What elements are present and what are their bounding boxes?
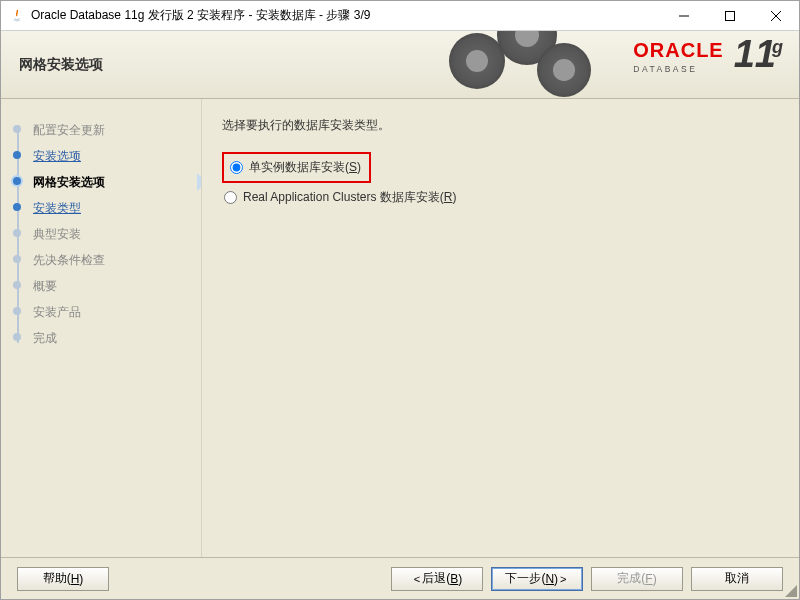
body: 配置安全更新 安装选项 网格安装选项 安装类型 典型安装 xyxy=(1,99,799,557)
wizard-sidebar: 配置安全更新 安装选项 网格安装选项 安装类型 典型安装 xyxy=(1,99,201,557)
step-install-type[interactable]: 安装类型 xyxy=(27,195,193,221)
step-dot-icon xyxy=(13,255,21,263)
step-label: 先决条件检查 xyxy=(33,253,105,267)
chevron-right-icon: > xyxy=(560,573,566,585)
instruction-text: 选择要执行的数据库安装类型。 xyxy=(222,117,779,134)
content-pane: 选择要执行的数据库安装类型。 单实例数据库安装(S) Real Applicat… xyxy=(201,99,799,557)
step-grid-install-options: 网格安装选项 xyxy=(27,169,193,195)
annotation-highlight: 单实例数据库安装(S) xyxy=(222,152,371,183)
minimize-button[interactable] xyxy=(661,1,707,30)
next-button[interactable]: 下一步(N) > xyxy=(491,567,583,591)
step-label: 网格安装选项 xyxy=(33,175,105,189)
radio-label: 单实例数据库安装(S) xyxy=(249,159,361,176)
step-finish: 完成 xyxy=(27,325,193,351)
radio-single-instance[interactable]: 单实例数据库安装(S) xyxy=(228,159,361,176)
finish-button: 完成(F) xyxy=(591,567,683,591)
radio-label: Real Application Clusters 数据库安装(R) xyxy=(243,189,456,206)
step-dot-icon xyxy=(13,151,21,159)
close-button[interactable] xyxy=(753,1,799,30)
oracle-logo: ORACLE DATABASE 11g xyxy=(633,39,783,74)
step-dot-icon xyxy=(13,307,21,315)
cancel-button[interactable]: 取消 xyxy=(691,567,783,591)
back-button[interactable]: < 后退(B) xyxy=(391,567,483,591)
step-dot-icon xyxy=(13,333,21,341)
resize-grip-icon[interactable] xyxy=(783,583,797,597)
chevron-left-icon: < xyxy=(414,573,420,585)
java-icon xyxy=(9,8,25,24)
step-label: 完成 xyxy=(33,331,57,345)
installer-window: Oracle Database 11g 发行版 2 安装程序 - 安装数据库 -… xyxy=(0,0,800,600)
help-button[interactable]: 帮助(H) xyxy=(17,567,109,591)
step-label: 安装类型 xyxy=(33,201,81,215)
step-dot-icon xyxy=(13,203,21,211)
logo-version: 11g xyxy=(734,37,783,71)
step-dot-icon xyxy=(13,229,21,237)
step-install-product: 安装产品 xyxy=(27,299,193,325)
step-label: 安装产品 xyxy=(33,305,81,319)
svg-rect-1 xyxy=(726,11,735,20)
step-label: 典型安装 xyxy=(33,227,81,241)
window-controls xyxy=(661,1,799,30)
step-install-options[interactable]: 安装选项 xyxy=(27,143,193,169)
radio-rac-install[interactable]: Real Application Clusters 数据库安装(R) xyxy=(222,189,779,206)
logo-brand: ORACLE xyxy=(633,39,723,62)
step-label: 安装选项 xyxy=(33,149,81,163)
logo-sub: DATABASE xyxy=(633,64,723,74)
step-prereq-check: 先决条件检查 xyxy=(27,247,193,273)
step-dot-icon xyxy=(13,125,21,133)
window-title: Oracle Database 11g 发行版 2 安装程序 - 安装数据库 -… xyxy=(31,7,661,24)
gears-icon xyxy=(439,31,609,99)
step-dot-icon xyxy=(13,177,21,185)
header-graphics: ORACLE DATABASE 11g xyxy=(439,31,799,99)
page-title: 网格安装选项 xyxy=(19,56,103,74)
step-label: 概要 xyxy=(33,279,57,293)
step-typical-install: 典型安装 xyxy=(27,221,193,247)
step-list: 配置安全更新 安装选项 网格安装选项 安装类型 典型安装 xyxy=(27,117,193,351)
step-summary: 概要 xyxy=(27,273,193,299)
header-banner: 网格安装选项 ORACLE DATABASE 11g xyxy=(1,31,799,99)
step-dot-icon xyxy=(13,281,21,289)
step-configure-security-updates: 配置安全更新 xyxy=(27,117,193,143)
step-label: 配置安全更新 xyxy=(33,123,105,137)
button-bar: 帮助(H) < 后退(B) 下一步(N) > 完成(F) 取消 xyxy=(1,557,799,599)
radio-rac-install-input[interactable] xyxy=(224,191,237,204)
radio-single-instance-input[interactable] xyxy=(230,161,243,174)
maximize-button[interactable] xyxy=(707,1,753,30)
titlebar: Oracle Database 11g 发行版 2 安装程序 - 安装数据库 -… xyxy=(1,1,799,31)
